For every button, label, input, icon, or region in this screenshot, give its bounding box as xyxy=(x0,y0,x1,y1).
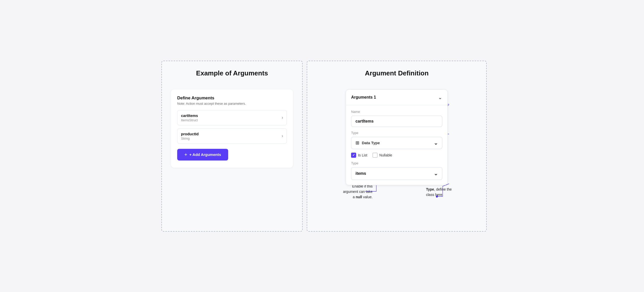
callout-nullable-text: Enable if thisargument can takea null va… xyxy=(343,184,372,199)
checkboxes-row: Is List Nullable xyxy=(351,153,442,158)
right-panel: Argument Definition Arguments 1 ⌄ Name c… xyxy=(307,61,487,232)
items-type-label: Type xyxy=(351,161,442,165)
name-field-label: Name xyxy=(351,110,442,114)
is-list-label: Is List xyxy=(358,153,367,157)
arg-item-cartitems-name: cartItems xyxy=(181,113,198,118)
arg-item-cartitems[interactable]: cartItems ItemsStruct › xyxy=(177,110,287,125)
define-args-section: Define Arguments Note: Action must accep… xyxy=(171,89,293,168)
callout-nullable: Enable if thisargument can takea null va… xyxy=(316,184,372,200)
arg-item-cartitems-type: ItemsStruct xyxy=(181,118,198,122)
items-chevron-down-icon: ⌄ xyxy=(434,170,438,177)
is-list-checkbox[interactable]: Is List xyxy=(351,153,367,158)
arg-item-productid-type: String xyxy=(181,137,199,140)
add-arguments-label: + Add Arguments xyxy=(189,152,221,157)
arg-def-header-title: Arguments 1 xyxy=(351,95,376,100)
left-panel: Example of Arguments Define Arguments No… xyxy=(161,61,303,232)
define-args-title: Define Arguments xyxy=(177,96,287,101)
name-field-value[interactable]: cartItems xyxy=(351,116,442,127)
left-panel-title: Example of Arguments xyxy=(171,69,293,77)
nullable-checkbox[interactable]: Nullable xyxy=(372,153,392,158)
arg-item-productid-name: productId xyxy=(181,132,199,136)
items-select[interactable]: items ⌄ xyxy=(351,167,442,180)
right-panel-title: Argument Definition xyxy=(316,69,477,77)
add-arguments-button[interactable]: + + Add Arguments xyxy=(177,149,228,161)
arg-item-info: cartItems ItemsStruct xyxy=(181,113,198,122)
chevron-down-icon[interactable]: ⌄ xyxy=(438,94,442,100)
type-select-label: Data Type xyxy=(362,141,380,145)
arg-item-info: productId String xyxy=(181,132,199,140)
plus-icon: + xyxy=(184,152,187,157)
grid-icon: ⊞ xyxy=(355,140,359,146)
type-select[interactable]: ⊞ Data Type ⌄ xyxy=(351,137,442,149)
chevron-right-icon: › xyxy=(281,133,283,139)
type-select-left: ⊞ Data Type xyxy=(355,140,380,146)
nullable-label: Nullable xyxy=(379,153,392,157)
right-panel-inner: Arguments 1 ⌄ Name cartItems Type ⊞ Data… xyxy=(316,89,477,222)
chevron-right-icon: › xyxy=(281,115,283,120)
define-args-note: Note: Action must accept these as parame… xyxy=(177,102,287,105)
arg-item-productid[interactable]: productId String › xyxy=(177,128,287,144)
is-list-checkbox-checked xyxy=(351,153,356,158)
arg-def-header: Arguments 1 ⌄ xyxy=(346,90,447,105)
arg-def-card-wrapper: Arguments 1 ⌄ Name cartItems Type ⊞ Data… xyxy=(346,89,448,185)
main-container: Example of Arguments Define Arguments No… xyxy=(161,61,483,232)
nullable-checkbox-unchecked xyxy=(372,153,378,158)
items-value: items xyxy=(355,171,366,176)
type-field-label: Type xyxy=(351,131,442,135)
type-chevron-down-icon: ⌄ xyxy=(434,140,438,146)
arg-def-card: Arguments 1 ⌄ Name cartItems Type ⊞ Data… xyxy=(346,89,448,185)
arg-def-body: Name cartItems Type ⊞ Data Type ⌄ xyxy=(346,105,447,185)
